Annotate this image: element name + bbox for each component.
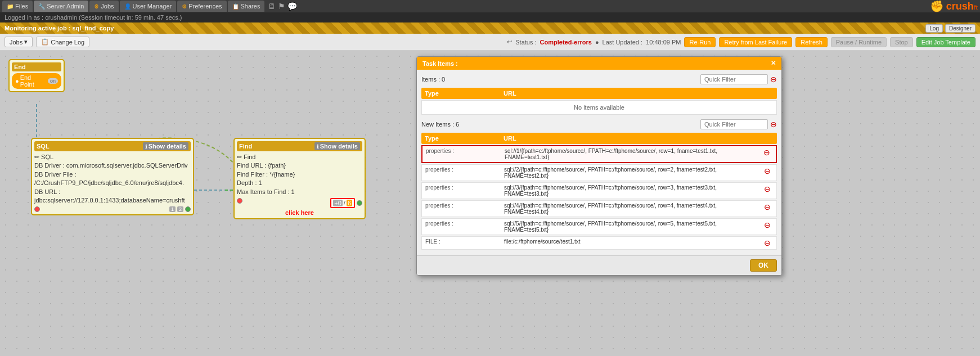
row-type-3: properties : [425, 202, 504, 209]
new-items-list[interactable]: properties : sql://1/{fpath=c:/ftphome/s… [421, 145, 777, 251]
find-line-1: Find URL : {fpath} [237, 161, 362, 170]
new-items-label: New Items : 6 [421, 121, 459, 128]
log-button[interactable]: Log [925, 24, 943, 33]
quick-filter-remove-top[interactable]: ⊖ [770, 75, 777, 84]
row-type-4: properties : [425, 220, 504, 227]
modal-header: Task Items : ✕ [417, 57, 781, 70]
nav-tab-serveradmin[interactable]: 🔧 Server Admin [34, 1, 88, 12]
sql-line-4: DB URL : [34, 188, 191, 196]
sql-connector-green [185, 206, 191, 212]
quick-filter-area-bottom: ⊖ [700, 119, 777, 129]
toolbar: Jobs ▾ 📋 Change Log ↩ Status : Completed… [0, 34, 980, 51]
new-items-table-header: Type URL [421, 133, 777, 144]
col-url-header: URL [504, 90, 774, 97]
new-col-url-header: URL [504, 135, 774, 142]
chat-icon[interactable]: 💬 [287, 2, 297, 11]
row-type-0: properties : [426, 148, 505, 154]
find-node-header: Find ℹ Show details [237, 141, 362, 151]
row-url-3: sql://4/{fpath=c:/ftphome/source/, FPATH… [504, 202, 762, 215]
status-area: ↩ Status : Completed-errors ● Last Updat… [507, 37, 975, 47]
table-row[interactable]: properties : sql://2/{fpath=c:/ftphome/s… [421, 164, 777, 181]
endpoint-label: End Point [20, 74, 47, 88]
nav-tab-usermanager[interactable]: 👤 User Manager [120, 1, 177, 12]
preferences-icon: ⚙ [182, 3, 187, 10]
stop-button[interactable]: Stop [890, 37, 913, 47]
ok-button[interactable]: OK [750, 259, 777, 272]
sql-show-details-button[interactable]: ℹ Show details [143, 142, 188, 150]
endpoint-toggle: on [48, 78, 58, 84]
find-node-content: ✏ Find Find URL : {fpath} Find Filter : … [237, 153, 362, 196]
row-type-1: properties : [425, 166, 504, 173]
items-zero-label: Items : 0 [421, 76, 445, 83]
find-line-0: ✏ Find [237, 153, 362, 161]
items-zero-row: Items : 0 ⊖ [421, 74, 777, 84]
monitor-icon[interactable]: 🖥 [268, 2, 276, 11]
row-url-2: sql://3/{fpath=c:/ftphome/source/, FPATH… [504, 184, 762, 197]
top-navigation: 📁 Files 🔧 Server Admin ⚙ Jobs 👤 User Man… [0, 0, 980, 12]
table-row[interactable]: properties : sql://4/{fpath=c:/ftphome/s… [421, 200, 777, 217]
active-job-text: Monitoring active job : sql_find_copy [5, 25, 114, 31]
rerun-button[interactable]: Re-Run [684, 37, 716, 47]
find-connector-red [237, 198, 242, 204]
sql-line-1: DB Driver : com.microsoft.sqlserver.jdbc… [34, 161, 191, 170]
nav-tab-jobs-label: Jobs [101, 3, 114, 10]
jobs-dropdown-button[interactable]: Jobs ▾ [5, 37, 33, 47]
refresh-button[interactable]: Refresh [795, 37, 828, 47]
sql-node-content: ✏ SQL DB Driver : com.microsoft.sqlserve… [34, 153, 191, 205]
modal-footer: OK [417, 255, 781, 275]
nav-tab-files-label: Files [15, 3, 28, 10]
active-job-buttons: Log Designer [925, 24, 975, 33]
row-url-5: file:/c:/ftphome/source/test1.txt [504, 238, 762, 245]
end-node-title: End [14, 64, 26, 70]
quick-filter-input-bottom[interactable] [700, 119, 768, 129]
nav-tab-jobs[interactable]: ⚙ Jobs [89, 1, 118, 12]
session-text: Logged in as : crushadmin (Session timeo… [5, 14, 182, 21]
flag-icon[interactable]: ⚑ [278, 2, 285, 11]
row-remove-2[interactable]: ⊖ [762, 184, 773, 193]
nav-tab-preferences[interactable]: ⚙ Preferences [177, 1, 226, 12]
row-type-2: properties : [425, 184, 504, 191]
new-col-type-header: Type [425, 135, 504, 142]
crushfit-fist-icon: ✊ [930, 0, 944, 13]
quick-filter-input-top[interactable] [700, 74, 768, 84]
table-row[interactable]: properties : sql://3/{fpath=c:/ftphome/s… [421, 182, 777, 199]
jobs-icon: ⚙ [94, 3, 99, 10]
pause-button[interactable]: Pause / Runtime [831, 37, 887, 47]
modal-close-button[interactable]: ✕ [771, 60, 776, 67]
table-row[interactable]: properties : sql://5/{fpath=c:/ftphome/s… [421, 218, 777, 235]
changelog-button[interactable]: 📋 Change Log [36, 37, 89, 47]
table-row[interactable]: properties : sql://1/{fpath=c:/ftphome/s… [421, 145, 777, 163]
row-remove-0[interactable]: ⊖ [761, 148, 772, 157]
crushfit-logo: crushft [946, 1, 978, 12]
changelog-icon: 📋 [41, 38, 49, 46]
edit-template-button[interactable]: Edit Job Template [916, 37, 975, 47]
sql-line-3: /C:/CrushFTP9_PC/jdbc/sqljdbc_6.0/enu/jr… [34, 179, 191, 187]
clock-icon: ● [595, 39, 599, 46]
row-remove-5[interactable]: ⊖ [762, 238, 773, 247]
find-node: Find ℹ Show details ✏ Find Find URL : {f… [233, 138, 366, 219]
endpoint-button[interactable]: ● End Point on [12, 73, 61, 89]
nav-tab-shares[interactable]: 📋 Shares [228, 1, 265, 12]
last-updated-label: Last Updated : [603, 39, 643, 46]
nav-tab-usermanager-label: User Manager [133, 3, 172, 10]
sql-line-0: ✏ SQL [34, 153, 191, 161]
find-show-details-button[interactable]: ℹ Show details [314, 142, 360, 150]
find-connector-green [357, 200, 362, 206]
row-remove-4[interactable]: ⊖ [762, 220, 773, 229]
nav-tab-files[interactable]: 📁 Files [2, 1, 33, 12]
row-remove-3[interactable]: ⊖ [762, 202, 773, 211]
items-table-header: Type URL [421, 88, 777, 99]
shares-icon: 📋 [232, 3, 239, 10]
row-remove-1[interactable]: ⊖ [762, 166, 773, 175]
row-type-5: FILE : [425, 238, 504, 245]
end-node: End ● End Point on [8, 59, 65, 92]
retry-button[interactable]: Retry from Last Failure [719, 37, 792, 47]
quick-filter-remove-bottom[interactable]: ⊖ [770, 120, 777, 129]
find-node-title: Find [239, 143, 252, 150]
designer-button[interactable]: Designer [945, 24, 975, 33]
modal-body: Items : 0 ⊖ Type URL No items available … [417, 70, 781, 255]
endpoint-icon: ● [15, 78, 19, 84]
row-url-0: sql://1/{fpath=c:/ftphome/source/, FPATH… [505, 148, 761, 160]
table-row[interactable]: FILE : file:/c:/ftphome/source/test1.txt… [421, 236, 777, 250]
click-here-box[interactable]: +0 / 6 [330, 198, 355, 208]
